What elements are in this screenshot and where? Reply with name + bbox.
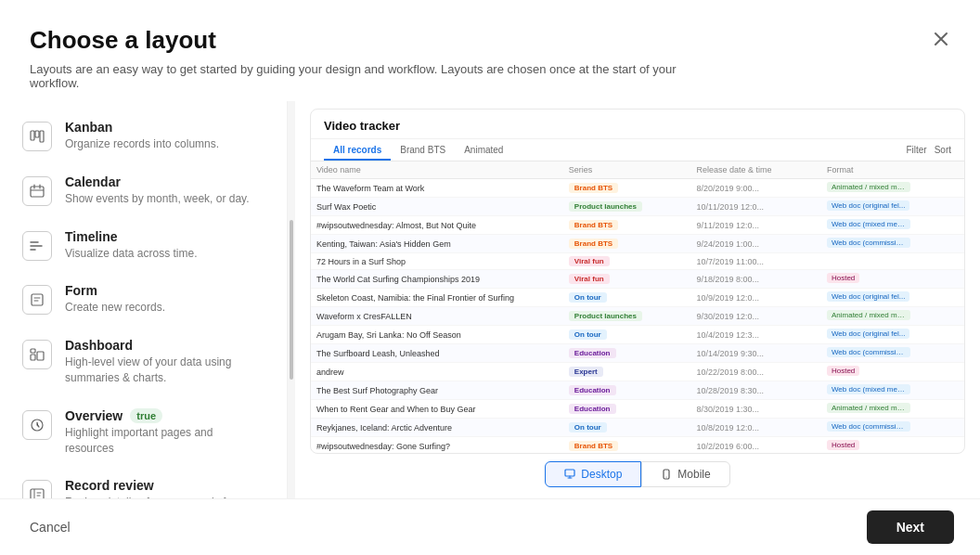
layout-item-kanban[interactable]: Kanban Organize records into columns. — [0, 109, 287, 163]
svg-rect-4 — [32, 294, 43, 305]
layout-item-timeline[interactable]: Timeline Visualize data across time. — [0, 218, 287, 273]
layout-item-record-review[interactable]: Record review Review details of many rec… — [0, 467, 287, 498]
cell-date: 10/22/2019 8:00... — [690, 363, 821, 381]
form-text: Form Create new records. — [65, 283, 165, 316]
desktop-icon — [564, 469, 575, 480]
cell-format: Web doc (commissio... — [821, 235, 964, 253]
table-row: The World Cat Surfing Championships 2019… — [311, 270, 964, 289]
preview-inner: Video tracker All records Brand BTS Anim… — [311, 110, 964, 453]
col-release-date: Release date & time — [690, 161, 821, 179]
cell-video-name: Arugam Bay, Sri Lanka: No Off Season — [311, 326, 563, 344]
tab-all-records[interactable]: All records — [324, 139, 391, 161]
layout-item-overview[interactable]: Overview true Highlight important pages … — [0, 397, 287, 468]
cell-series: Brand BTS — [563, 216, 691, 235]
cell-series: On tour — [563, 289, 691, 307]
calendar-name: Calendar — [65, 174, 250, 189]
mobile-icon — [661, 469, 672, 480]
modal-header: Choose a layout Layouts are an easy way … — [0, 0, 980, 101]
mobile-label: Mobile — [677, 468, 710, 481]
col-video-name: Video name — [311, 161, 563, 179]
table-row: andrewExpert10/22/2019 8:00...Hosted — [311, 363, 964, 381]
calendar-desc: Show events by month, week, or day. — [65, 191, 250, 207]
cell-series: On tour — [563, 326, 691, 344]
cell-date: 10/28/2019 8:30... — [690, 381, 821, 400]
tab-animated[interactable]: Animated — [455, 139, 512, 161]
cell-format: Web doc (original fel... — [821, 326, 964, 344]
next-button[interactable]: Next — [867, 510, 954, 544]
preview-title: Video tracker — [311, 110, 964, 139]
cell-series: Viral fun — [563, 270, 691, 289]
cell-video-name: andrew — [311, 363, 563, 381]
tab-brand-bts[interactable]: Brand BTS — [391, 139, 455, 161]
calendar-icon — [22, 176, 52, 206]
cell-series: Viral fun — [563, 253, 691, 270]
cell-video-name: 72 Hours in a Surf Shop — [311, 253, 563, 270]
filter-action[interactable]: Filter — [906, 145, 926, 155]
table-row: Kenting, Taiwan: Asia's Hidden GemBrand … — [311, 235, 964, 253]
svg-rect-9 — [31, 489, 44, 498]
cell-format — [821, 253, 964, 270]
cancel-button[interactable]: Cancel — [26, 512, 74, 542]
col-series: Series — [563, 161, 691, 179]
cell-video-name: Surf Wax Poetic — [311, 198, 563, 216]
sort-action[interactable]: Sort — [935, 145, 951, 155]
col-format: Format — [821, 161, 964, 179]
tab-actions: Filter Sort — [906, 145, 951, 155]
modal-title: Choose a layout — [30, 26, 950, 55]
cell-format: Web doc (commissio... — [821, 344, 964, 363]
svg-rect-6 — [37, 352, 44, 360]
dashboard-name: Dashboard — [65, 338, 264, 353]
cell-video-name: When to Rent Gear and When to Buy Gear — [311, 400, 563, 419]
table-row: The Waveform Team at WorkBrand BTS8/20/2… — [311, 179, 964, 198]
timeline-text: Timeline Visualize data across time. — [65, 229, 198, 262]
cell-video-name: Reykjanes, Iceland: Arctic Adventure — [311, 419, 563, 437]
cell-date: 10/11/2019 12:0... — [690, 198, 821, 216]
cell-video-name: The Best Surf Photography Gear — [311, 381, 563, 400]
cell-series: Product launches — [563, 307, 691, 326]
cell-format: Web doc (mixed med... — [821, 381, 964, 400]
cell-date: 10/7/2019 11:00... — [690, 253, 821, 270]
preview-frame: Video tracker All records Brand BTS Anim… — [310, 109, 965, 454]
cell-format: Animated / mixed me... — [821, 179, 964, 198]
layout-item-dashboard[interactable]: Dashboard High-level view of your data u… — [0, 327, 287, 397]
dashboard-icon — [22, 340, 52, 369]
cell-date: 10/14/2019 9:30... — [690, 344, 821, 363]
table-row: #wipsoutwednesday: Almost, But Not Quite… — [311, 216, 964, 235]
cell-series: Education — [563, 400, 691, 419]
table-row: The Best Surf Photography GearEducation1… — [311, 381, 964, 400]
cell-format: Web doc (original fel... — [821, 198, 964, 216]
table-row: The Surfboard Leash, UnleashedEducation1… — [311, 344, 964, 363]
modal: Choose a layout Layouts are an easy way … — [0, 0, 980, 555]
modal-subtitle: Layouts are an easy way to get started b… — [30, 62, 698, 90]
layout-item-calendar[interactable]: Calendar Show events by month, week, or … — [0, 163, 287, 218]
dashboard-desc: High-level view of your data using summa… — [65, 355, 264, 386]
cell-format: Animated / mixed me... — [821, 400, 964, 419]
cell-series: Brand BTS — [563, 235, 691, 253]
cell-date: 10/4/2019 12:3... — [690, 326, 821, 344]
modal-body: Kanban Organize records into columns. Ca… — [0, 101, 980, 498]
table-row: When to Rent Gear and When to Buy GearEd… — [311, 400, 964, 419]
cell-date: 9/24/2019 1:00... — [690, 235, 821, 253]
close-button[interactable] — [928, 26, 954, 52]
desktop-button[interactable]: Desktop — [545, 461, 641, 487]
cell-series: Brand BTS — [563, 437, 691, 454]
kanban-desc: Organize records into columns. — [65, 136, 219, 152]
modal-footer: Cancel Next — [0, 498, 980, 555]
cell-format: Animated / mixed me... — [821, 307, 964, 326]
cell-format: Hosted — [821, 363, 964, 381]
cell-format: Web doc (original fel... — [821, 289, 964, 307]
table-row: 72 Hours in a Surf ShopViral fun10/7/201… — [311, 253, 964, 270]
table-row: Waveform x CresFALLENProduct launches9/3… — [311, 307, 964, 326]
cell-format: Hosted — [821, 270, 964, 289]
calendar-text: Calendar Show events by month, week, or … — [65, 174, 250, 207]
mobile-button[interactable]: Mobile — [641, 461, 729, 487]
svg-rect-7 — [31, 349, 35, 353]
cell-series: On tour — [563, 419, 691, 437]
cell-date: 9/18/2019 8:00... — [690, 270, 821, 289]
preview-area: Video tracker All records Brand BTS Anim… — [295, 101, 980, 498]
cell-date: 9/11/2019 12:0... — [690, 216, 821, 235]
kanban-icon — [22, 122, 52, 151]
layout-item-form[interactable]: Form Create new records. — [0, 272, 287, 327]
overview-name: Overview true — [65, 408, 264, 423]
cell-format: Hosted — [821, 437, 964, 454]
